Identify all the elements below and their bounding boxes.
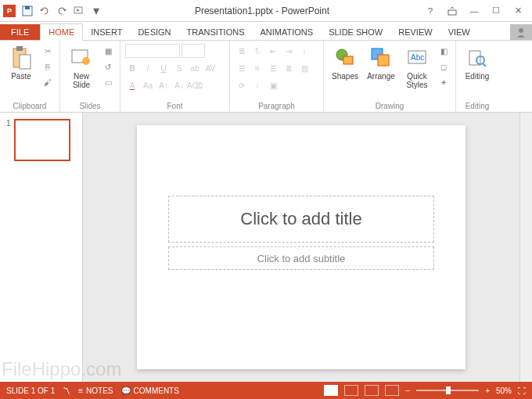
tab-review[interactable]: REVIEW: [390, 24, 440, 40]
justify-button[interactable]: ≣: [282, 61, 296, 75]
fit-to-window-button[interactable]: ⛶: [518, 386, 526, 395]
watermark: FileHippo.com: [2, 358, 121, 380]
italic-button[interactable]: I: [141, 61, 155, 75]
shape-fill-button[interactable]: ◧: [437, 44, 451, 58]
thumbnail-1[interactable]: 1: [6, 119, 76, 161]
workspace: 1 Click to add title Click to add subtit…: [0, 113, 532, 382]
font-size-selector[interactable]: [182, 44, 205, 58]
tab-insert[interactable]: INSERT: [83, 24, 130, 40]
change-case-button[interactable]: Aa: [141, 78, 155, 92]
file-tab[interactable]: FILE: [0, 24, 40, 40]
font-color-button[interactable]: A: [125, 78, 139, 92]
start-from-beginning-icon[interactable]: [73, 5, 85, 17]
shadow-button[interactable]: ab: [188, 61, 202, 75]
decrease-font-button[interactable]: A↓: [172, 78, 186, 92]
group-clipboard: Paste ✂ ⎘ 🖌 Clipboard: [0, 41, 60, 112]
arrange-button[interactable]: Arrange: [365, 44, 397, 81]
zoom-level[interactable]: 50%: [496, 386, 512, 395]
cut-icon[interactable]: ✂: [41, 44, 55, 58]
strikethrough-button[interactable]: S: [172, 61, 186, 75]
columns-button[interactable]: ▥: [297, 61, 311, 75]
svg-rect-6: [16, 46, 23, 51]
shape-effects-button[interactable]: ✦: [437, 75, 451, 89]
svg-rect-7: [20, 55, 31, 69]
zoom-slider[interactable]: [416, 390, 479, 391]
reset-icon[interactable]: ↺: [101, 59, 115, 74]
powerpoint-app-icon: P: [3, 5, 16, 17]
section-icon[interactable]: ▭: [101, 75, 115, 89]
increase-font-button[interactable]: A↑: [156, 78, 171, 92]
svg-rect-1: [25, 6, 30, 9]
align-left-button[interactable]: ☰: [235, 61, 249, 75]
increase-indent-button[interactable]: ⇥: [282, 44, 296, 58]
bullets-button[interactable]: ≣: [235, 44, 249, 58]
decrease-indent-button[interactable]: ⇤: [266, 44, 280, 58]
tab-animations[interactable]: ANIMATIONS: [253, 24, 322, 40]
convert-smartart-button[interactable]: ▣: [266, 78, 280, 92]
language-indicator[interactable]: 〽: [63, 386, 70, 395]
qat-dropdown-icon[interactable]: ▾: [90, 5, 102, 17]
slide-thumbnails-panel: 1: [0, 113, 83, 382]
copy-icon[interactable]: ⎘: [41, 59, 55, 74]
font-family-selector[interactable]: [125, 44, 180, 58]
close-icon[interactable]: ✕: [507, 3, 529, 19]
ribbon-options-icon[interactable]: [441, 3, 463, 19]
slide-counter[interactable]: SLIDE 1 OF 1: [6, 386, 55, 395]
underline-button[interactable]: U: [156, 61, 171, 75]
tab-slide-show[interactable]: SLIDE SHOW: [321, 24, 390, 40]
tab-transitions[interactable]: TRANSITIONS: [179, 24, 253, 40]
group-drawing: Shapes Arrange Abc Quick Styles ◧ ◻ ✦ Dr…: [324, 41, 456, 112]
editing-button[interactable]: Editing: [461, 44, 494, 81]
ribbon: Paste ✂ ⎘ 🖌 Clipboard New Slide ▦ ↺ ▭ Sl…: [0, 41, 532, 113]
zoom-out-button[interactable]: −: [405, 386, 410, 395]
vertical-scrollbar[interactable]: [519, 113, 532, 382]
group-paragraph: ≣ ⒈ ⇤ ⇥ ↕ ☰ ≡ ☰ ≣ ▥ ⟳ ↕ ▣ Paragraph: [230, 41, 324, 112]
svg-text:Abc: Abc: [411, 53, 424, 62]
align-right-button[interactable]: ☰: [266, 61, 280, 75]
comments-button[interactable]: 💬 COMMENTS: [121, 386, 179, 395]
title-placeholder[interactable]: Click to add title: [168, 196, 434, 243]
svg-point-4: [519, 28, 523, 33]
tab-design[interactable]: DESIGN: [130, 24, 178, 40]
reading-view-button[interactable]: [365, 385, 379, 396]
find-icon: [465, 45, 490, 70]
tab-view[interactable]: VIEW: [440, 24, 478, 40]
numbering-button[interactable]: ⒈: [250, 44, 264, 58]
save-icon[interactable]: [21, 5, 34, 17]
paste-icon: [9, 45, 34, 70]
format-painter-icon[interactable]: 🖌: [41, 75, 55, 89]
maximize-icon[interactable]: ☐: [485, 3, 507, 19]
quick-styles-button[interactable]: Abc Quick Styles: [401, 44, 433, 89]
slideshow-view-button[interactable]: [385, 385, 399, 396]
shape-outline-button[interactable]: ◻: [437, 59, 451, 74]
normal-view-button[interactable]: [324, 385, 338, 396]
align-center-button[interactable]: ≡: [250, 61, 264, 75]
undo-icon[interactable]: [38, 5, 51, 17]
clear-formatting-button[interactable]: A⌫: [188, 78, 202, 92]
tab-home[interactable]: HOME: [40, 23, 83, 41]
notes-button[interactable]: ≡ NOTES: [78, 386, 113, 395]
slide-sorter-view-button[interactable]: [344, 385, 358, 396]
bold-button[interactable]: B: [125, 61, 139, 75]
new-slide-button[interactable]: New Slide: [65, 44, 98, 89]
shapes-icon: [332, 45, 358, 70]
slide-canvas[interactable]: Click to add title Click to add subtitle: [83, 113, 519, 382]
paste-button[interactable]: Paste: [5, 44, 38, 81]
help-icon[interactable]: ?: [419, 3, 441, 19]
svg-rect-3: [448, 10, 456, 15]
ribbon-tabs: FILE HOME INSERT DESIGN TRANSITIONS ANIM…: [0, 22, 532, 41]
shapes-button[interactable]: Shapes: [329, 44, 361, 81]
layout-icon[interactable]: ▦: [101, 44, 115, 58]
text-direction-button[interactable]: ⟳: [235, 78, 249, 92]
align-text-button[interactable]: ↕: [250, 78, 264, 92]
minimize-icon[interactable]: —: [463, 3, 485, 19]
subtitle-placeholder[interactable]: Click to add subtitle: [168, 246, 434, 270]
quick-styles-icon: Abc: [404, 45, 430, 70]
redo-icon[interactable]: [56, 5, 68, 17]
svg-point-9: [82, 57, 90, 65]
zoom-in-button[interactable]: +: [485, 386, 490, 395]
user-avatar-icon[interactable]: [510, 24, 532, 40]
line-spacing-button[interactable]: ↕: [297, 44, 311, 58]
char-spacing-button[interactable]: AV: [203, 61, 217, 75]
thumbnail-preview: [14, 119, 70, 161]
